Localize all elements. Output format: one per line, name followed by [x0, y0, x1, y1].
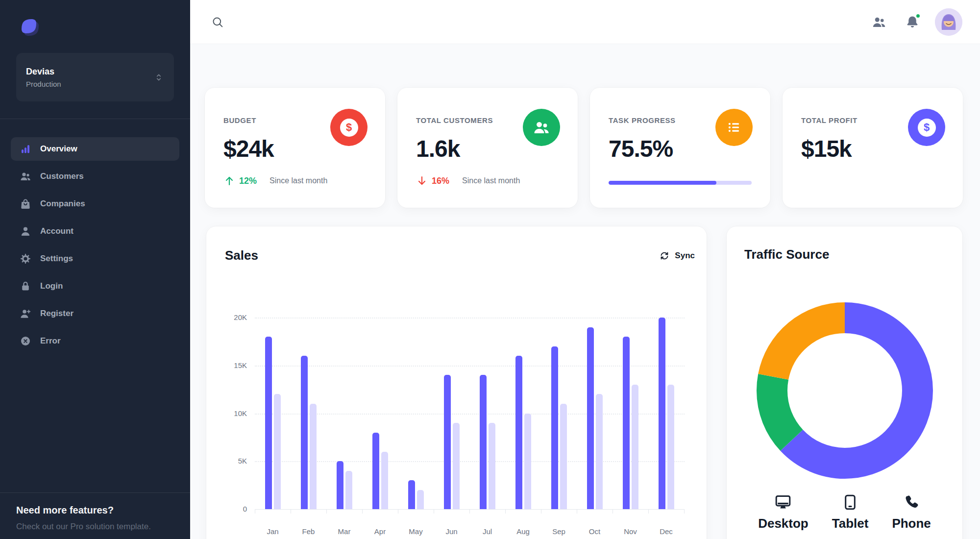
x-axis-tick — [684, 510, 685, 514]
bar-secondary-feb — [310, 404, 317, 509]
legend-tablet: Tablet — [832, 493, 869, 531]
x-axis-label: Nov — [616, 527, 645, 536]
x-axis-tick — [434, 510, 434, 514]
x-axis-tick — [648, 510, 649, 514]
gear-icon — [20, 253, 31, 265]
sync-button[interactable]: Sync — [659, 250, 695, 261]
bar-primary-sep — [551, 346, 558, 509]
bar-secondary-jan — [274, 394, 281, 509]
stat-card-total-profit: TOTAL PROFIT $15k $ — [783, 88, 963, 208]
user-plus-icon — [20, 308, 31, 319]
search-button[interactable] — [207, 11, 228, 33]
legend-label: Tablet — [832, 516, 869, 531]
sidebar-item-settings[interactable]: Settings — [11, 247, 179, 270]
workspace-name: Devias — [26, 67, 153, 77]
x-axis-tick — [398, 510, 398, 514]
x-axis-tick — [469, 510, 470, 514]
trend-row: 16% Since last month — [416, 175, 559, 187]
sidebar-item-label: Account — [40, 226, 74, 236]
topbar — [190, 0, 980, 44]
bar-primary-dec — [659, 318, 665, 509]
lock-icon — [20, 280, 31, 292]
trend-caption: Since last month — [270, 176, 327, 185]
trend-row: 12% Since last month — [223, 175, 367, 187]
sidebar-footer-divider — [0, 492, 190, 493]
trend-value: 16% — [432, 176, 449, 186]
dollar-icon: $ — [908, 109, 945, 146]
bar-primary-may — [408, 480, 415, 509]
y-axis-tick: 20K — [218, 313, 247, 321]
dollar-icon: $ — [330, 109, 368, 146]
legend-desktop: Desktop — [758, 493, 808, 531]
sidebar-footer: Need more features? Check out our Pro so… — [16, 505, 174, 532]
topbar-actions — [868, 8, 962, 36]
progress-fill — [609, 181, 716, 185]
x-axis-tick — [362, 510, 363, 514]
y-axis-tick: 5K — [218, 457, 247, 465]
legend-label: Phone — [892, 516, 931, 531]
x-axis-label: Apr — [366, 527, 395, 536]
gridline — [255, 318, 685, 318]
bar-primary-mar — [337, 461, 343, 509]
stat-card-budget: BUDGET $24k $ 12% Since last month — [205, 88, 385, 208]
bar-secondary-sep — [560, 404, 567, 509]
dollar-glyph: $ — [340, 119, 358, 137]
sync-label: Sync — [675, 251, 695, 261]
bar-primary-aug — [515, 356, 522, 509]
y-axis-tick: 10K — [218, 409, 247, 417]
bar-primary-jul — [480, 375, 487, 509]
sales-bar-chart: 05K10K15K20KJanFebMarAprMayJunJulAugSepO… — [255, 318, 685, 509]
unfold-chevron-icon — [153, 72, 164, 83]
bar-primary-jun — [444, 375, 451, 509]
x-axis-label: Jul — [473, 527, 502, 536]
sidebar-item-login[interactable]: Login — [11, 274, 179, 298]
workspace-selector[interactable]: Devias Production — [16, 53, 174, 101]
x-axis-tick — [291, 510, 291, 514]
bar-primary-nov — [623, 337, 630, 509]
bar-secondary-oct — [596, 394, 603, 509]
bar-secondary-mar — [345, 471, 352, 509]
traffic-source-card: Traffic Source Desktop — [727, 226, 962, 539]
sidebar-item-account[interactable]: Account — [11, 220, 179, 243]
sidebar-item-overview[interactable]: Overview — [11, 137, 179, 161]
bar-secondary-dec — [667, 385, 674, 509]
workspace-environment: Production — [26, 80, 153, 88]
bar-secondary-aug — [524, 414, 531, 510]
gridline — [255, 414, 685, 415]
sidebar-item-customers[interactable]: Customers — [11, 165, 179, 188]
sidebar-nav: Overview Customers — [0, 133, 190, 353]
bar-secondary-nov — [632, 385, 638, 509]
sidebar-item-companies[interactable]: Companies — [11, 192, 179, 216]
bar-secondary-may — [417, 490, 424, 509]
sidebar-item-error[interactable]: Error — [11, 329, 179, 353]
sidebar-item-label: Error — [40, 336, 61, 346]
list-icon — [715, 109, 753, 146]
desktop-icon — [774, 493, 792, 511]
x-axis-tick — [612, 510, 613, 514]
devias-logo-icon[interactable] — [16, 14, 44, 41]
x-axis-label: Aug — [509, 527, 538, 536]
arrow-up-icon — [223, 175, 235, 187]
bar-primary-oct — [587, 327, 594, 509]
stat-card-task-progress: TASK PROGRESS 75.5% — [590, 88, 770, 208]
sync-icon — [659, 250, 670, 261]
legend-phone: Phone — [892, 493, 931, 531]
phone-icon — [903, 493, 920, 511]
bar-primary-jan — [265, 337, 272, 509]
x-axis-label: Oct — [580, 527, 610, 536]
bar-secondary-jun — [453, 423, 460, 509]
contacts-button[interactable] — [868, 11, 890, 33]
traffic-donut-chart — [757, 302, 933, 479]
gridline — [255, 366, 685, 367]
sidebar-item-label: Settings — [40, 254, 73, 264]
user-avatar[interactable] — [935, 8, 962, 36]
sales-header: Sales Sync — [225, 248, 695, 263]
x-axis-label: Feb — [294, 527, 323, 536]
sidebar-item-register[interactable]: Register — [11, 302, 179, 325]
gridline — [255, 461, 685, 462]
bar-secondary-jul — [489, 423, 495, 509]
notifications-button[interactable] — [902, 11, 923, 33]
sidebar-item-label: Overview — [40, 144, 77, 154]
legend-label: Desktop — [758, 516, 808, 531]
x-axis-tick — [326, 510, 327, 514]
